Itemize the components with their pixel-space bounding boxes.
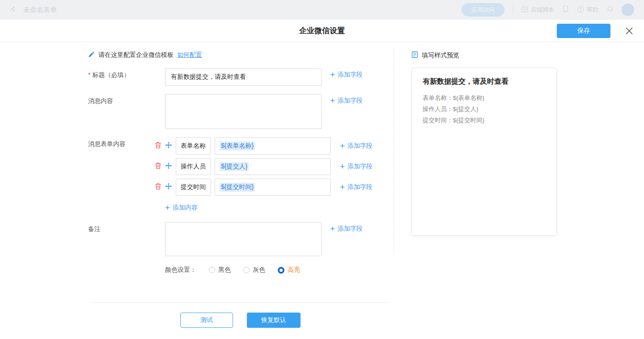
token-chip: ${提交时间}	[220, 183, 255, 192]
radio-black[interactable]: 黑色	[209, 266, 231, 274]
radio-highlight[interactable]: 高亮	[278, 266, 300, 274]
color-setting-row: 颜色设置： 黑色 灰色 高亮	[165, 266, 300, 274]
plus-icon	[330, 71, 335, 78]
preview-card-title: 有新数据提交，请及时查看	[423, 77, 546, 86]
form-content-label: 消息表单内容	[88, 140, 126, 148]
preview-line: 表单名称：${表单名称}	[423, 92, 546, 103]
modal-header: 企业微信设置 保存	[0, 20, 644, 42]
preview-header-label: 填写样式预览	[422, 51, 459, 60]
back-icon[interactable]	[10, 5, 17, 14]
preview-header: 填写样式预览	[411, 51, 459, 60]
add-field-button-message[interactable]: 添加字段	[330, 97, 363, 105]
radio-icon	[209, 267, 215, 273]
add-content-button[interactable]: 添加内容	[165, 204, 198, 212]
wechat-settings-modal: 企业微信设置 保存 请在这里配置企业微信模板 如何配置 *标题（必填） 添加字段…	[0, 20, 644, 339]
trash-icon[interactable]	[155, 162, 161, 171]
remark-textarea[interactable]	[165, 222, 322, 256]
help-label: 帮助	[587, 6, 598, 14]
topbar-divider	[513, 6, 513, 14]
row-token-input[interactable]: ${表单名称}	[215, 137, 331, 154]
token-chip: ${表单名称}	[220, 142, 255, 150]
topbar: 未命名表单 应用访问 后端脚本 帮助	[0, 0, 644, 20]
app-access-button[interactable]: 应用访问	[462, 3, 504, 17]
move-icon[interactable]	[165, 142, 172, 150]
plus-icon	[165, 204, 170, 211]
color-setting-label: 颜色设置：	[165, 266, 196, 274]
panel-divider	[394, 48, 394, 253]
pencil-icon	[88, 51, 95, 59]
title-field-label: *标题（必填）	[88, 71, 130, 79]
remark-field-label: 备注	[88, 225, 101, 233]
move-icon[interactable]	[165, 183, 172, 192]
hint-text: 请在这里配置企业微信模板	[98, 51, 174, 59]
plus-icon	[340, 163, 345, 170]
plus-icon	[340, 184, 345, 191]
message-field-label: 消息内容	[88, 97, 113, 105]
title-input[interactable]	[165, 68, 322, 86]
how-to-configure-link[interactable]: 如何配置	[177, 51, 202, 59]
plus-icon	[340, 142, 345, 150]
script-icon	[521, 6, 528, 14]
plus-icon	[330, 225, 335, 232]
plus-icon	[330, 97, 335, 104]
row-token-input[interactable]: ${提交人}	[215, 158, 331, 175]
avatar[interactable]	[622, 4, 634, 16]
message-content-textarea[interactable]	[165, 94, 322, 129]
preview-line: 提交时间：${提交时间}	[423, 115, 546, 126]
preview-doc-icon	[411, 51, 418, 60]
trash-icon[interactable]	[155, 142, 161, 150]
required-mark: *	[88, 71, 90, 78]
token-chip: ${提交人}	[220, 162, 249, 171]
add-field-button-row0[interactable]: 添加字段	[340, 142, 373, 150]
close-icon[interactable]	[625, 27, 633, 35]
row-token-input[interactable]: ${提交时间}	[215, 179, 331, 196]
bell-icon[interactable]	[606, 5, 614, 14]
script-label: 后端脚本	[531, 6, 554, 14]
mobile-preview-icon[interactable]	[562, 5, 569, 14]
footer-divider	[92, 302, 389, 303]
modal-body: 请在这里配置企业微信模板 如何配置 *标题（必填） 添加字段 消息内容 添加字段…	[0, 42, 644, 339]
form-title: 未命名表单	[23, 6, 57, 14]
form-content-row: ${提交时间}	[155, 179, 331, 196]
preview-card: 有新数据提交，请及时查看 表单名称：${表单名称} 操作人员：${提交人} 提交…	[411, 68, 557, 236]
row-name-input[interactable]	[176, 158, 211, 175]
trash-icon[interactable]	[155, 183, 161, 192]
add-field-button-row2[interactable]: 添加字段	[340, 183, 373, 191]
help-button[interactable]: 帮助	[577, 6, 598, 14]
radio-icon	[243, 267, 250, 273]
test-button[interactable]: 测试	[180, 313, 233, 328]
modal-title: 企业微信设置	[0, 20, 644, 42]
preview-line: 操作人员：${提交人}	[423, 103, 546, 115]
backend-script-button[interactable]: 后端脚本	[521, 6, 554, 14]
add-field-button-remark[interactable]: 添加字段	[330, 225, 363, 233]
restore-default-button[interactable]: 恢复默认	[247, 313, 301, 328]
row-name-input[interactable]	[176, 137, 211, 154]
form-content-row: ${表单名称}	[155, 137, 331, 154]
add-field-button-row1[interactable]: 添加字段	[340, 163, 373, 171]
form-content-row: ${提交人}	[155, 158, 331, 175]
save-button[interactable]: 保存	[557, 24, 610, 38]
radio-selected-icon	[278, 267, 284, 274]
help-icon	[577, 6, 584, 14]
radio-gray[interactable]: 灰色	[243, 266, 265, 274]
config-hint: 请在这里配置企业微信模板 如何配置	[88, 51, 202, 59]
add-field-button-title[interactable]: 添加字段	[330, 71, 363, 79]
move-icon[interactable]	[165, 162, 172, 171]
row-name-input[interactable]	[176, 179, 211, 196]
